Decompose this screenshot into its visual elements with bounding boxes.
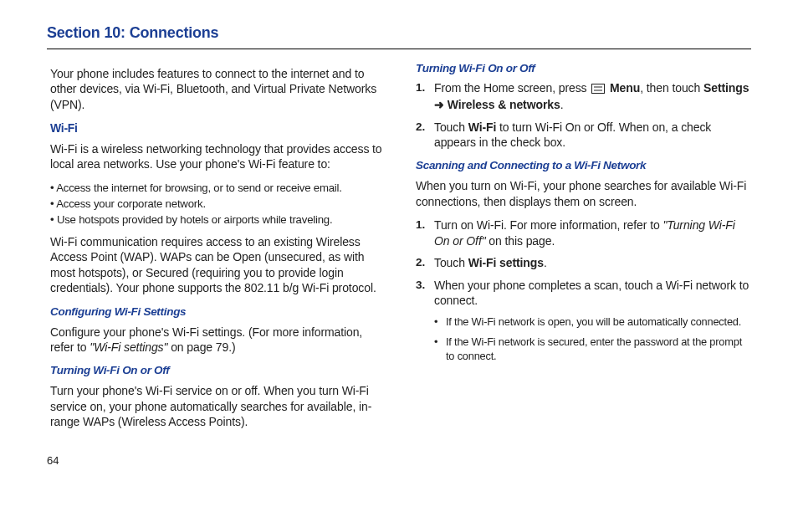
scan-step-3: 3. When your phone completes a scan, tou… xyxy=(416,278,751,309)
onoff-steps: 1. From the Home screen, press Menu, the… xyxy=(416,80,751,151)
config-post: on page 79.) xyxy=(167,340,235,354)
step-marker-1: 1. xyxy=(416,80,434,113)
svg-rect-0 xyxy=(592,84,605,93)
heading-configuring: Configuring Wi-Fi Settings xyxy=(50,304,386,320)
s2-wifi: Wi-Fi xyxy=(468,120,497,134)
heading-onoff-right: Turning Wi-Fi On or Off xyxy=(416,61,751,76)
step-marker-2: 2. xyxy=(416,120,434,151)
heading-scanning: Scanning and Connecting to a Wi-Fi Netwo… xyxy=(416,158,751,173)
onoff-step-2: 2. Touch Wi-Fi to turn Wi-Fi On or Off. … xyxy=(416,120,751,151)
page-number: 64 xyxy=(47,453,751,468)
scan-marker-3: 3. xyxy=(416,278,434,309)
scan-sub-1: If the Wi-Fi network is open, you will b… xyxy=(434,315,751,330)
title-rule xyxy=(47,49,751,49)
onoff-body: Turn your phone's Wi-Fi service on or of… xyxy=(50,383,386,429)
wifi-bullet-1: Access the internet for browsing, or to … xyxy=(50,181,386,195)
s1-menu: Menu xyxy=(610,81,640,95)
sc2-ref: Wi-Fi settings xyxy=(468,256,544,269)
scan-sub-2: If the Wi-Fi network is secured, enter t… xyxy=(434,335,751,364)
wifi-para2: Wi-Fi communication requires access to a… xyxy=(50,234,386,296)
columns: Your phone includes features to connect … xyxy=(47,61,751,438)
column-right: Turning Wi-Fi On or Off 1. From the Home… xyxy=(416,61,751,438)
scan-step-1-text: Turn on Wi-Fi. For more information, ref… xyxy=(434,217,751,248)
config-ref: "Wi-Fi settings" xyxy=(90,340,167,354)
scan-step-2: 2. Touch Wi-Fi settings. xyxy=(416,255,751,270)
scan-step-2-text: Touch Wi-Fi settings. xyxy=(434,255,751,270)
page-title: Section 10: Connections xyxy=(47,23,751,49)
heading-onoff-left: Turning Wi-Fi On or Off xyxy=(50,363,386,378)
wifi-intro: Wi-Fi is a wireless networking technolog… xyxy=(50,141,386,172)
intro-text: Your phone includes features to connect … xyxy=(50,66,386,112)
s1-settings: Settings xyxy=(703,81,749,95)
wifi-bullet-3: Use hotspots provided by hotels or airpo… xyxy=(50,212,386,227)
s1-pre: From the Home screen, press xyxy=(434,81,590,95)
onoff-step-2-text: Touch Wi-Fi to turn Wi-Fi On or Off. Whe… xyxy=(434,120,751,151)
wifi-bullets: Access the internet for browsing, or to … xyxy=(50,181,386,228)
column-left: Your phone includes features to connect … xyxy=(47,61,386,438)
scan-step-1: 1. Turn on Wi-Fi. For more information, … xyxy=(416,217,751,248)
scan-steps: 1. Turn on Wi-Fi. For more information, … xyxy=(416,217,751,308)
sc2-post: . xyxy=(544,256,547,269)
config-body: Configure your phone's Wi-Fi settings. (… xyxy=(50,325,386,356)
manual-page: Section 10: Connections Your phone inclu… xyxy=(0,0,798,476)
s2-pre: Touch xyxy=(434,120,468,134)
onoff-step-1-text: From the Home screen, press Menu, then t… xyxy=(434,80,751,113)
scan-marker-2: 2. xyxy=(416,255,434,270)
sc2-pre: Touch xyxy=(434,256,468,269)
scan-step-3-text: When your phone completes a scan, touch … xyxy=(434,278,751,309)
sc1-pre: Turn on Wi-Fi. For more information, ref… xyxy=(434,218,662,232)
heading-wifi: Wi-Fi xyxy=(50,120,386,136)
onoff-step-1: 1. From the Home screen, press Menu, the… xyxy=(416,80,751,113)
s1-mid: , then touch xyxy=(640,81,703,95)
s1-arrow: ➜ xyxy=(434,98,448,111)
scan-marker-1: 1. xyxy=(416,217,434,248)
menu-icon xyxy=(591,82,605,97)
s1-end: . xyxy=(560,98,564,111)
scan-sub-bullets: If the Wi-Fi network is open, you will b… xyxy=(434,315,751,365)
wifi-bullet-2: Access your corporate network. xyxy=(50,197,386,211)
sc1-post: on this page. xyxy=(486,234,555,248)
s1-wireless: Wireless & networks xyxy=(448,98,560,111)
scan-intro: When you turn on Wi-Fi, your phone searc… xyxy=(416,178,751,209)
